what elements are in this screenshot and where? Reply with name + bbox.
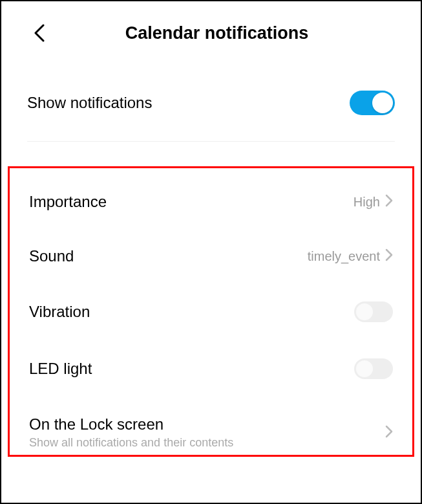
show-notifications-label: Show notifications — [27, 94, 152, 112]
show-notifications-row: Show notifications — [1, 91, 421, 115]
sound-row[interactable]: Sound timely_event — [10, 229, 412, 283]
toggle-knob — [356, 303, 373, 320]
chevron-right-icon — [385, 425, 393, 441]
divider — [27, 141, 395, 142]
sound-value: timely_event — [308, 249, 380, 264]
vibration-toggle[interactable] — [354, 301, 393, 322]
led-light-toggle[interactable] — [354, 358, 393, 379]
header: Calendar notifications — [1, 1, 421, 58]
lock-screen-row[interactable]: On the Lock screen Show all notification… — [10, 397, 412, 455]
chevron-right-icon — [385, 248, 393, 264]
show-notifications-toggle[interactable] — [350, 91, 395, 115]
importance-label: Importance — [29, 193, 107, 211]
lock-screen-label: On the Lock screen — [29, 415, 233, 433]
page-title: Calendar notifications — [39, 23, 395, 43]
importance-row[interactable]: Importance High — [10, 175, 412, 229]
importance-value: High — [353, 195, 380, 210]
sound-label: Sound — [29, 247, 74, 265]
toggle-knob — [356, 360, 373, 377]
led-light-label: LED light — [29, 360, 92, 378]
vibration-label: Vibration — [29, 303, 90, 321]
vibration-row: Vibration — [10, 283, 412, 340]
toggle-knob — [372, 93, 393, 113]
highlighted-settings-group: Importance High Sound timely_event — [8, 166, 414, 457]
led-light-row: LED light — [10, 340, 412, 397]
chevron-right-icon — [385, 194, 393, 210]
lock-screen-sublabel: Show all notifications and their content… — [29, 436, 233, 450]
